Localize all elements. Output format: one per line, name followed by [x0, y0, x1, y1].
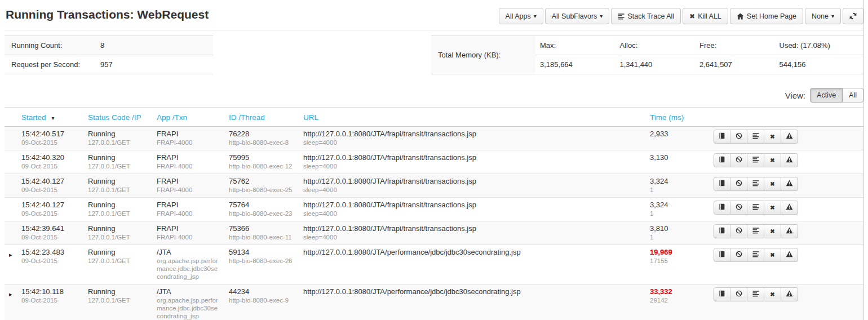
kill-all-label: Kill ALL: [698, 12, 721, 20]
url-cell: http://127.0.0.1:8080/JTA/performance/jd…: [299, 245, 645, 260]
stats-section: Running Count: 8 Request per Second: 957…: [5, 35, 863, 74]
alert-button[interactable]: [781, 177, 798, 191]
running-count-label: Running Count:: [11, 41, 100, 50]
column-header-url[interactable]: URL: [299, 108, 645, 126]
row-action-group: ✖: [714, 177, 798, 191]
log-book-button[interactable]: [714, 224, 730, 238]
row-id: 59134: [229, 248, 294, 257]
row-status: Running: [88, 177, 148, 186]
column-header-id[interactable]: ID /Thread: [224, 108, 299, 126]
row-action-group: ✖: [714, 224, 798, 238]
row-txn: org.apache.jsp.performance.jdbc.jdbc30se…: [157, 296, 220, 320]
row-txn: FRAPI-4000: [157, 139, 220, 146]
stack-trace-button[interactable]: [747, 177, 764, 191]
alert-button[interactable]: [781, 287, 798, 301]
kill-all-button[interactable]: ✖ Kill ALL: [683, 8, 728, 24]
refresh-button[interactable]: [843, 8, 863, 24]
row-expand-icon[interactable]: ▸: [9, 291, 12, 297]
stack-trace-button[interactable]: [747, 201, 764, 215]
view-active-button[interactable]: Active: [810, 88, 843, 103]
url-cell: http://127.0.0.1:8080/JTA/frapi/transit/…: [299, 127, 645, 150]
column-header-app[interactable]: App /Txn: [152, 108, 224, 126]
kill-button[interactable]: ✖: [764, 130, 781, 144]
scrollbar-track[interactable]: [863, 0, 864, 320]
view-all-button[interactable]: All: [843, 88, 863, 103]
log-book-button[interactable]: [714, 201, 730, 215]
ban-circle-icon: [736, 251, 742, 259]
row-status: Running: [88, 287, 148, 296]
cancel-button[interactable]: [730, 177, 747, 191]
alert-button[interactable]: [781, 153, 798, 167]
row-started-time: 15:42:40.517: [21, 130, 79, 139]
row-started-date: 09-Oct-2015: [21, 186, 79, 194]
actions-cell: ✖: [710, 174, 863, 191]
cancel-button[interactable]: [730, 130, 747, 144]
all-subflavors-dropdown[interactable]: All SubFlavors ▾: [545, 8, 610, 24]
started-cell: 15:42:10.118 09-Oct-2015: [17, 285, 83, 308]
stack-trace-icon: [752, 290, 759, 299]
x-icon: ✖: [770, 134, 774, 140]
alert-button[interactable]: [781, 201, 798, 215]
book-icon: [719, 203, 725, 212]
alert-button[interactable]: [781, 130, 798, 144]
kill-button[interactable]: ✖: [764, 153, 781, 167]
row-app: /JTA: [157, 248, 220, 257]
time-cell: 3,130: [645, 150, 710, 166]
app-cell: FRAPI FRAPI-4000: [152, 198, 224, 221]
row-ip-method: 127.0.0.1/GET: [88, 162, 148, 170]
stack-trace-all-button[interactable]: Stack Trace All: [611, 8, 681, 24]
stack-trace-button[interactable]: [747, 153, 764, 167]
row-app: FRAPI: [157, 224, 220, 233]
stack-trace-button[interactable]: [747, 130, 764, 144]
stack-trace-icon: [752, 227, 759, 235]
none-dropdown[interactable]: None ▾: [805, 8, 841, 24]
stack-trace-button[interactable]: [747, 224, 764, 238]
stack-trace-button[interactable]: [747, 287, 764, 301]
column-header-status[interactable]: Status Code /IP: [83, 108, 152, 126]
alert-button[interactable]: [781, 224, 798, 238]
app-cell: FRAPI FRAPI-4000: [152, 221, 224, 245]
warning-icon: [786, 203, 793, 212]
row-time-sub: 1: [650, 233, 706, 241]
x-icon: ✖: [770, 292, 774, 297]
ban-circle-icon: [736, 180, 742, 188]
row-started-time: 15:42:10.118: [21, 287, 79, 296]
cancel-button[interactable]: [730, 248, 747, 262]
alert-button[interactable]: [781, 248, 798, 262]
log-book-button[interactable]: [714, 287, 730, 301]
log-book-button[interactable]: [714, 130, 730, 144]
table-row: ▸ 15:42:23.483 09-Oct-2015 Running 127.0…: [5, 245, 863, 285]
row-txn: FRAPI-4000: [157, 210, 220, 217]
row-expand-icon[interactable]: ▸: [9, 251, 12, 258]
set-home-page-button[interactable]: Set Home Page: [730, 8, 803, 24]
id-cell: 44234 http-bio-8080-exec-9: [224, 285, 299, 308]
cancel-button[interactable]: [730, 287, 747, 301]
kill-button[interactable]: ✖: [764, 224, 781, 238]
stack-trace-button[interactable]: [747, 248, 764, 262]
page: Running Transactions: WebRequest All App…: [0, 0, 868, 320]
chevron-down-icon: ▾: [600, 13, 603, 19]
kill-button[interactable]: ✖: [764, 248, 781, 262]
cancel-button[interactable]: [730, 201, 747, 215]
all-apps-dropdown[interactable]: All Apps ▾: [499, 8, 543, 24]
column-header-time[interactable]: Time (ms): [645, 108, 710, 126]
log-book-button[interactable]: [714, 177, 730, 191]
requests-per-second-label: Request per Second:: [11, 60, 100, 69]
memory-header-row: Max: Alloc: Free: Used: (17.08%): [535, 36, 863, 55]
book-icon: [719, 156, 725, 165]
row-started-time: 15:42:40.320: [21, 153, 79, 162]
cancel-button[interactable]: [730, 224, 747, 238]
log-book-button[interactable]: [714, 248, 730, 262]
row-id: 75995: [229, 153, 294, 162]
row-thread: http-bio-8080-exec-12: [229, 162, 294, 170]
kill-button[interactable]: ✖: [764, 177, 781, 191]
cancel-button[interactable]: [730, 153, 747, 167]
kill-button[interactable]: ✖: [764, 201, 781, 215]
row-started-time: 15:42:40.127: [21, 201, 79, 210]
row-id: 75366: [229, 224, 294, 233]
status-cell: Running 127.0.0.1/GET: [83, 221, 152, 245]
kill-button[interactable]: ✖: [764, 287, 781, 301]
actions-cell: ✖: [710, 245, 863, 262]
log-book-button[interactable]: [714, 153, 730, 167]
column-header-started[interactable]: Started▾: [17, 108, 83, 126]
